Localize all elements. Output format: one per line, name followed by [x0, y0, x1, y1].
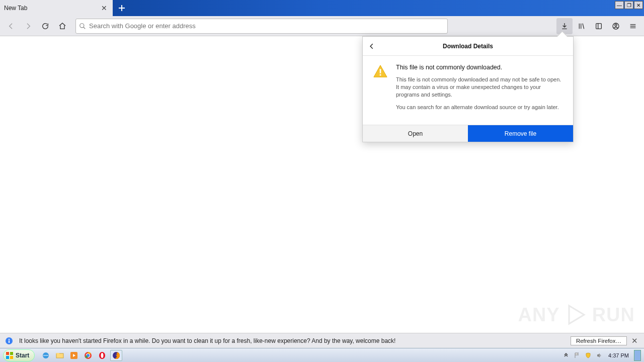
- info-icon: [5, 337, 13, 345]
- warning-body-2: You can search for an alternate download…: [396, 104, 563, 111]
- back-button[interactable]: [3, 18, 19, 34]
- svg-rect-1: [596, 23, 602, 29]
- warning-body-1: This file is not commonly downloaded and…: [396, 76, 563, 99]
- svg-point-21: [101, 353, 104, 358]
- downloads-button[interactable]: [556, 18, 573, 34]
- tray-volume-icon[interactable]: [595, 351, 603, 359]
- home-button[interactable]: [54, 18, 70, 34]
- svg-rect-10: [10, 352, 13, 355]
- refresh-firefox-button[interactable]: Refresh Firefox…: [571, 336, 627, 345]
- remove-file-button[interactable]: Remove file: [468, 125, 573, 142]
- account-button[interactable]: [608, 18, 624, 34]
- toolbar-right: [556, 18, 641, 34]
- close-window-button[interactable]: ✕: [634, 1, 643, 9]
- panel-header: Download Details: [363, 37, 573, 56]
- start-label: Start: [16, 352, 29, 359]
- reload-button[interactable]: [37, 18, 53, 34]
- panel-buttons: Open Remove file: [363, 125, 573, 142]
- window-controls: ― ❐ ✕: [614, 0, 644, 16]
- panel-text: This file is not commonly downloaded. Th…: [396, 64, 563, 116]
- show-desktop-button[interactable]: [634, 350, 641, 361]
- taskbar-opera-icon[interactable]: [96, 350, 108, 361]
- taskbar-firefox-icon[interactable]: [110, 350, 122, 361]
- open-button[interactable]: Open: [363, 125, 468, 142]
- taskbar-chrome-icon[interactable]: [82, 350, 94, 361]
- notification-bar: It looks like you haven't started Firefo…: [0, 333, 644, 348]
- menu-button[interactable]: [625, 18, 641, 34]
- url-bar[interactable]: [75, 19, 448, 34]
- url-input[interactable]: [89, 22, 444, 30]
- panel-title: Download Details: [363, 43, 573, 50]
- notification-close-button[interactable]: ✕: [630, 336, 639, 345]
- forward-button[interactable]: [20, 18, 36, 34]
- svg-rect-15: [56, 353, 59, 354]
- window-titlebar: New Tab ✕ ― ❐ ✕: [0, 0, 644, 16]
- svg-point-0: [80, 23, 84, 27]
- svg-rect-5: [380, 74, 381, 76]
- panel-body: This file is not commonly downloaded. Th…: [363, 56, 573, 125]
- system-tray: 4:37 PM: [562, 350, 644, 361]
- svg-rect-4: [380, 69, 381, 73]
- taskbar-media-icon[interactable]: [68, 350, 80, 361]
- download-details-panel: Download Details This file is not common…: [362, 36, 574, 142]
- warning-icon: [373, 64, 388, 116]
- minimize-button[interactable]: ―: [615, 1, 624, 9]
- tray-clock[interactable]: 4:37 PM: [606, 352, 631, 358]
- svg-rect-14: [56, 353, 63, 358]
- new-tab-button[interactable]: [113, 0, 131, 16]
- svg-rect-8: [9, 339, 10, 340]
- notification-actions: Refresh Firefox… ✕: [571, 336, 639, 345]
- search-icon: [79, 23, 86, 30]
- tray-shield-icon[interactable]: [584, 351, 592, 359]
- start-button[interactable]: Start: [3, 349, 35, 361]
- chevron-left-icon: [368, 43, 375, 50]
- notification-text: It looks like you haven't started Firefo…: [19, 337, 395, 344]
- tab-close-icon[interactable]: ✕: [100, 4, 109, 13]
- svg-point-3: [615, 24, 617, 26]
- svg-rect-11: [6, 356, 9, 359]
- svg-rect-7: [9, 340, 10, 343]
- tray-flag-icon[interactable]: [573, 351, 581, 359]
- maximize-button[interactable]: ❐: [624, 1, 633, 9]
- svg-rect-9: [6, 352, 9, 355]
- svg-rect-12: [10, 356, 13, 359]
- taskbar-apps: [38, 350, 122, 361]
- taskbar-ie-icon[interactable]: [40, 350, 52, 361]
- panel-back-button[interactable]: [363, 37, 381, 55]
- tray-expand-icon[interactable]: [562, 351, 570, 359]
- browser-tab[interactable]: New Tab ✕: [0, 0, 113, 16]
- taskbar-explorer-icon[interactable]: [54, 350, 66, 361]
- library-button[interactable]: [574, 18, 590, 34]
- taskbar: Start 4:37 PM: [0, 348, 644, 362]
- windows-logo-icon: [6, 351, 14, 359]
- sidebar-button[interactable]: [591, 18, 607, 34]
- browser-toolbar: [0, 16, 644, 36]
- tab-title: New Tab: [4, 5, 27, 12]
- warning-heading: This file is not commonly downloaded.: [396, 64, 563, 71]
